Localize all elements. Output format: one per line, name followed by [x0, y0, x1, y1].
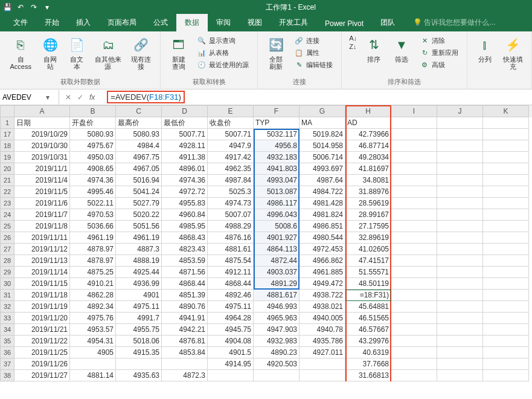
cell-J23[interactable]: [437, 198, 483, 209]
sort-asc-button[interactable]: A↓: [347, 34, 359, 42]
cell-J36[interactable]: [437, 347, 483, 358]
col-header-C[interactable]: C: [116, 105, 162, 117]
cell-H24[interactable]: 28.99167: [345, 209, 391, 221]
cell-K27[interactable]: [483, 244, 529, 255]
redo-icon[interactable]: ↷: [29, 2, 39, 12]
col-header-B[interactable]: B: [70, 105, 116, 117]
cell-I35[interactable]: [391, 336, 437, 347]
cell-A38[interactable]: 2019/11/27: [14, 370, 70, 381]
cell-C19[interactable]: 4967.75: [116, 152, 162, 163]
cell-E1[interactable]: 收盘价: [208, 117, 254, 129]
cell-B28[interactable]: 4878.97: [70, 255, 116, 267]
cell-D1[interactable]: 最低价: [162, 117, 208, 129]
cell-H36[interactable]: 40.6319: [345, 347, 391, 358]
cell-E35[interactable]: 4904.08: [208, 336, 254, 347]
cell-B20[interactable]: 4908.65: [70, 163, 116, 175]
cell-I27[interactable]: [391, 244, 437, 255]
cell-F34[interactable]: 4947.903: [254, 324, 300, 336]
row-header-20[interactable]: 20: [0, 163, 14, 175]
cell-A1[interactable]: 日期: [14, 117, 70, 129]
自 Access-button[interactable]: ⎘自 Access: [5, 34, 36, 71]
cell-E37[interactable]: 4914.95: [208, 358, 254, 370]
cell-A37[interactable]: 2019/11/26: [14, 358, 70, 370]
cell-A33[interactable]: 2019/11/20: [14, 313, 70, 324]
cell-F29[interactable]: 4903.037: [254, 267, 300, 278]
cell-A30[interactable]: 2019/11/15: [14, 278, 70, 290]
cell-C23[interactable]: 5027.79: [116, 198, 162, 209]
cell-J27[interactable]: [437, 244, 483, 255]
cell-C35[interactable]: 5018.06: [116, 336, 162, 347]
cell-I36[interactable]: [391, 347, 437, 358]
cell-I31[interactable]: [391, 290, 437, 301]
cell-C31[interactable]: 4901: [116, 290, 162, 301]
cell-F32[interactable]: 4946.993: [254, 301, 300, 313]
cell-I28[interactable]: [391, 255, 437, 267]
cell-C21[interactable]: 5016.94: [116, 175, 162, 186]
cell-H32[interactable]: 45.64881: [345, 301, 391, 313]
cell-C1[interactable]: 最高价: [116, 117, 162, 129]
cell-G30[interactable]: 4949.472: [300, 278, 345, 290]
cell-B36[interactable]: 4905: [70, 347, 116, 358]
cell-D34[interactable]: 4942.21: [162, 324, 208, 336]
cell-E23[interactable]: 4974.73: [208, 198, 254, 209]
filter-button[interactable]: ▼ 筛选: [388, 34, 415, 64]
cell-B30[interactable]: 4910.21: [70, 278, 116, 290]
cell-B23[interactable]: 5022.11: [70, 198, 116, 209]
cell-K21[interactable]: [483, 175, 529, 186]
cell-B38[interactable]: 4881.14: [70, 370, 116, 381]
cell-A22[interactable]: 2019/11/5: [14, 186, 70, 198]
cell-J18[interactable]: [437, 140, 483, 152]
select-all-corner[interactable]: [0, 105, 14, 117]
cell-C29[interactable]: 4925.44: [116, 267, 162, 278]
cell-J22[interactable]: [437, 186, 483, 198]
cell-D27[interactable]: 4823.43: [162, 244, 208, 255]
cell-K34[interactable]: [483, 324, 529, 336]
cell-J26[interactable]: [437, 232, 483, 244]
row-header-24[interactable]: 24: [0, 209, 14, 221]
cell-D25[interactable]: 4985.95: [162, 221, 208, 232]
cell-G38[interactable]: [300, 370, 345, 381]
cell-A31[interactable]: 2019/11/18: [14, 290, 70, 301]
row-header-21[interactable]: 21: [0, 175, 14, 186]
col-header-K[interactable]: K: [483, 105, 529, 117]
cell-B1[interactable]: 开盘价: [70, 117, 116, 129]
cell-G28[interactable]: 4966.862: [300, 255, 345, 267]
cell-C30[interactable]: 4936.99: [116, 278, 162, 290]
cell-I25[interactable]: [391, 221, 437, 232]
cell-A25[interactable]: 2019/11/8: [14, 221, 70, 232]
cell-J20[interactable]: [437, 163, 483, 175]
显示查询-button[interactable]: 🔍显示查询: [194, 35, 251, 46]
cell-C36[interactable]: 4915.35: [116, 347, 162, 358]
cell-K29[interactable]: [483, 267, 529, 278]
cell-G35[interactable]: 4935.786: [300, 336, 345, 347]
cell-F24[interactable]: 4996.043: [254, 209, 300, 221]
save-icon[interactable]: 💾: [2, 2, 12, 12]
分列-button[interactable]: ⫿分列: [472, 34, 498, 64]
cell-D37[interactable]: [162, 358, 208, 370]
cell-F30[interactable]: 4891.29: [254, 278, 300, 290]
tab-开始[interactable]: 开始: [36, 14, 68, 31]
row-header-22[interactable]: 22: [0, 186, 14, 198]
cell-C18[interactable]: 4984.4: [116, 140, 162, 152]
cell-B32[interactable]: 4892.34: [70, 301, 116, 313]
cell-I38[interactable]: [391, 370, 437, 381]
cell-F28[interactable]: 4872.44: [254, 255, 300, 267]
cell-K32[interactable]: [483, 301, 529, 313]
cell-B26[interactable]: 4961.19: [70, 232, 116, 244]
row-header-29[interactable]: 29: [0, 267, 14, 278]
cell-K20[interactable]: [483, 163, 529, 175]
name-box[interactable]: ▾: [0, 90, 59, 105]
cell-F1[interactable]: TYP: [254, 117, 300, 129]
cell-A21[interactable]: 2019/11/4: [14, 175, 70, 186]
new-query-button[interactable]: 🗔 新建 查询: [165, 34, 192, 71]
现有连接-button[interactable]: 🔗现有连接: [126, 34, 155, 71]
cell-H27[interactable]: 41.02605: [345, 244, 391, 255]
cell-E20[interactable]: 4962.35: [208, 163, 254, 175]
cell-F22[interactable]: 5013.087: [254, 186, 300, 198]
cell-H17[interactable]: 42.73966: [345, 129, 391, 140]
col-header-J[interactable]: J: [437, 105, 483, 117]
cell-H35[interactable]: 43.29976: [345, 336, 391, 347]
cell-G27[interactable]: 4972.453: [300, 244, 345, 255]
最近使用的源-button[interactable]: 🕘最近使用的源: [194, 59, 251, 70]
cell-E27[interactable]: 4881.61: [208, 244, 254, 255]
